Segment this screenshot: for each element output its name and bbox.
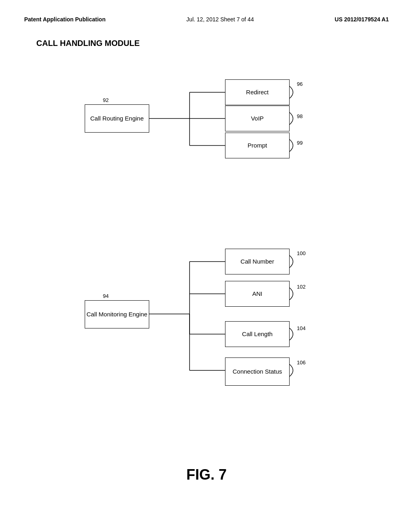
voip-label: VoIP bbox=[251, 114, 264, 123]
call-routing-engine-label: Call Routing Engine bbox=[90, 114, 144, 123]
label-104: 104 bbox=[297, 325, 306, 331]
connection-status-label: Connection Status bbox=[233, 368, 282, 376]
label-98: 98 bbox=[297, 113, 302, 119]
redirect-box: Redirect bbox=[225, 79, 290, 105]
call-length-box: Call Length bbox=[225, 321, 290, 347]
prompt-label: Prompt bbox=[248, 141, 267, 150]
label-106: 106 bbox=[297, 360, 306, 366]
label-96: 96 bbox=[297, 81, 302, 87]
diagram-area: Call Routing Engine 92 Redirect 96 VoIP … bbox=[0, 52, 413, 495]
diagram-lines bbox=[0, 52, 413, 495]
label-94: 94 bbox=[103, 293, 108, 299]
header-center: Jul. 12, 2012 Sheet 7 of 44 bbox=[186, 16, 254, 23]
header: Patent Application Publication Jul. 12, … bbox=[0, 0, 413, 23]
label-99: 99 bbox=[297, 140, 302, 146]
call-routing-engine-box: Call Routing Engine bbox=[85, 104, 149, 133]
ani-label: ANI bbox=[252, 290, 262, 298]
label-102: 102 bbox=[297, 284, 306, 290]
header-right: US 2012/0179524 A1 bbox=[335, 16, 389, 23]
call-monitoring-engine-label: Call Monitoring Engine bbox=[87, 310, 148, 318]
figure-label: FIG. 7 bbox=[186, 466, 227, 483]
call-length-label: Call Length bbox=[242, 330, 273, 338]
header-left: Patent Application Publication bbox=[24, 16, 106, 23]
call-number-box: Call Number bbox=[225, 249, 290, 274]
redirect-label: Redirect bbox=[246, 88, 269, 96]
connection-status-box: Connection Status bbox=[225, 357, 290, 386]
label-92: 92 bbox=[103, 97, 108, 103]
diagram-title: CALL HANDLING MODULE bbox=[0, 23, 413, 48]
call-number-label: Call Number bbox=[240, 258, 274, 266]
label-100: 100 bbox=[297, 250, 306, 256]
page: Patent Application Publication Jul. 12, … bbox=[0, 0, 413, 532]
prompt-box: Prompt bbox=[225, 133, 290, 158]
voip-box: VoIP bbox=[225, 106, 290, 131]
call-monitoring-engine-box: Call Monitoring Engine bbox=[85, 300, 149, 328]
ani-box: ANI bbox=[225, 281, 290, 307]
